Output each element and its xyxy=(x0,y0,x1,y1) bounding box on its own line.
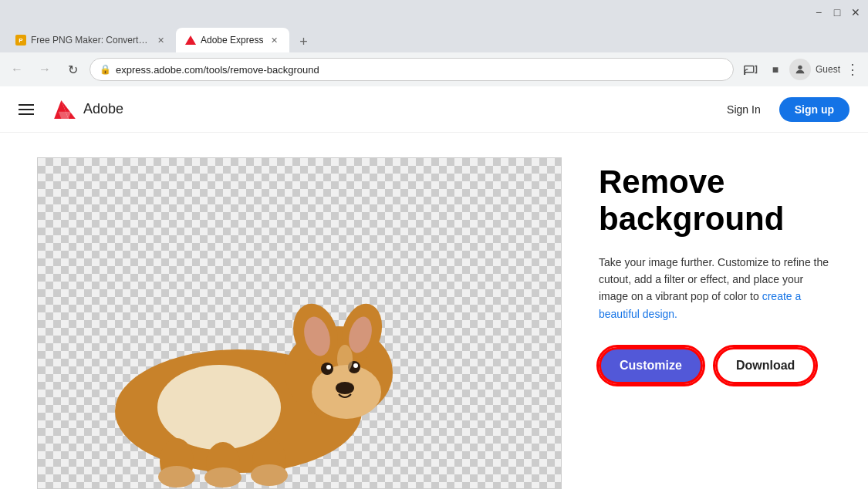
svg-point-16 xyxy=(326,365,331,369)
restore-button[interactable]: □ xyxy=(831,6,843,19)
svg-marker-0 xyxy=(185,35,196,45)
adobe-favicon xyxy=(185,35,196,46)
tabs-row: P Free PNG Maker: Convert a JP... ✕ Adob… xyxy=(0,25,868,52)
top-nav: Adobe Sign In Sign up xyxy=(0,86,868,133)
chrome-menu-button[interactable]: ⋮ xyxy=(843,60,862,79)
adobe-logo-text: Adobe xyxy=(83,101,123,117)
svg-point-25 xyxy=(251,464,288,486)
close-button[interactable]: ✕ xyxy=(849,6,862,19)
svg-point-2 xyxy=(744,73,745,75)
sign-in-button[interactable]: Sign In xyxy=(718,99,770,120)
svg-point-18 xyxy=(336,382,354,394)
lock-icon: 🔒 xyxy=(100,64,111,75)
corgi-image xyxy=(76,257,400,488)
tab-free-png[interactable]: P Free PNG Maker: Convert a JP... ✕ xyxy=(6,28,176,52)
minimize-button[interactable]: − xyxy=(812,6,825,19)
tab-close-free-png[interactable]: ✕ xyxy=(154,34,167,46)
svg-point-24 xyxy=(204,467,241,488)
tab-title-adobe: Adobe Express xyxy=(201,35,263,46)
hamburger-menu[interactable] xyxy=(19,99,40,120)
download-button[interactable]: Download xyxy=(715,347,816,384)
svg-point-23 xyxy=(158,466,195,488)
page-description: Take your image further. Customize to re… xyxy=(599,254,831,323)
svg-point-3 xyxy=(798,66,802,69)
action-buttons: Customize Download xyxy=(599,347,831,384)
address-bar[interactable]: 🔒 express.adobe.com/tools/remove-backgro… xyxy=(90,58,734,81)
svg-point-19 xyxy=(157,365,281,450)
extensions-button[interactable]: ■ xyxy=(765,59,786,80)
tab-close-adobe[interactable]: ✕ xyxy=(268,34,280,46)
forward-button[interactable]: → xyxy=(34,59,56,80)
reload-button[interactable]: ↻ xyxy=(62,59,83,80)
customize-button[interactable]: Customize xyxy=(599,347,703,384)
back-button[interactable]: ← xyxy=(6,59,28,80)
main-content: Remove background Take your image furthe… xyxy=(0,133,868,496)
svg-point-17 xyxy=(353,363,358,368)
new-tab-button[interactable]: + xyxy=(292,31,314,52)
adobe-logo[interactable]: Adobe xyxy=(52,100,123,119)
tab-adobe-express[interactable]: Adobe Express ✕ xyxy=(176,28,289,52)
adobe-logo-icon xyxy=(52,100,77,119)
title-bar: − □ ✕ xyxy=(0,0,868,25)
title-bar-controls[interactable]: − □ ✕ xyxy=(812,6,862,19)
profile-button[interactable] xyxy=(789,59,811,80)
tab-title-free-png: Free PNG Maker: Convert a JP... xyxy=(31,35,150,46)
page-title: Remove background xyxy=(599,164,831,238)
svg-point-26 xyxy=(337,345,353,373)
address-bar-actions: ■ Guest ⋮ xyxy=(740,59,862,80)
browser-chrome: − □ ✕ P Free PNG Maker: Convert a JP... … xyxy=(0,0,868,86)
page-content: Adobe Sign In Sign up xyxy=(0,86,868,496)
cast-button[interactable] xyxy=(740,59,762,80)
sign-up-button[interactable]: Sign up xyxy=(779,97,849,122)
url-text: express.adobe.com/tools/remove-backgroun… xyxy=(116,64,724,76)
right-panel: Remove background Take your image furthe… xyxy=(599,157,831,384)
address-bar-row: ← → ↻ 🔒 express.adobe.com/tools/remove-b… xyxy=(0,52,868,86)
profile-label: Guest xyxy=(816,64,840,75)
image-container xyxy=(37,157,562,489)
nav-right: Sign In Sign up xyxy=(718,97,849,122)
